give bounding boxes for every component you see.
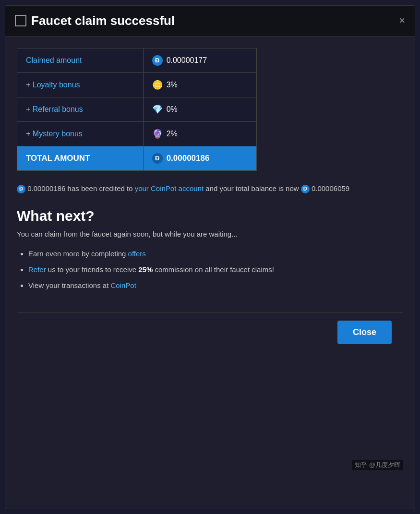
- table-row: + Loyalty bonus 🪙 3%: [17, 72, 257, 97]
- total-row: TOTAL AMOUNT Đ 0.00000186: [17, 146, 257, 170]
- refer-link[interactable]: Refer: [28, 265, 46, 274]
- list-item: View your transactions at CoinPot: [28, 277, 403, 293]
- referral-bonus-label: + Referral bonus: [17, 97, 144, 121]
- modal-body: Claimed amount Đ 0.00000177 + Loyalty bo…: [5, 36, 415, 364]
- table-row: + Mystery bonus 🔮 2%: [17, 121, 257, 146]
- offers-link[interactable]: offers: [128, 250, 146, 258]
- coinpot-link[interactable]: CoinPot: [110, 281, 136, 289]
- claimed-amount-label: Claimed amount: [17, 48, 144, 72]
- claim-table: Claimed amount Đ 0.00000177 + Loyalty bo…: [17, 48, 257, 171]
- mystery-bonus-value: 🔮 2%: [143, 121, 256, 146]
- what-next-title: What next?: [17, 208, 403, 224]
- watermark: 知乎 @几度夕晖: [352, 460, 403, 470]
- credit-dash-icon: Đ: [17, 185, 25, 193]
- close-x-button[interactable]: ×: [399, 15, 405, 26]
- claimed-amount-value: Đ 0.00000177: [143, 48, 256, 72]
- coin-icon: 🪙: [152, 80, 163, 90]
- referral-bonus-value: 💎 0%: [143, 97, 256, 121]
- modal-title-text: Faucet claim successful: [31, 13, 175, 28]
- coinpot-account-link[interactable]: your CoinPot account: [135, 184, 204, 192]
- list-item: Refer us to your friends to receive 25% …: [28, 262, 403, 277]
- balance-dash-icon: Đ: [301, 185, 310, 193]
- total-dash-icon: Đ: [152, 153, 163, 164]
- table-row: Claimed amount Đ 0.00000177: [17, 48, 257, 72]
- credit-section: Đ 0.00000186 has been credited to your C…: [17, 182, 403, 195]
- total-value: Đ 0.00000186: [143, 146, 256, 170]
- gem-icon: 💎: [152, 104, 163, 115]
- what-next-list: Earn even more by completing offers Refe…: [17, 246, 403, 293]
- what-next-desc: You can claim from the faucet again soon…: [17, 230, 403, 238]
- list-item: Earn even more by completing offers: [28, 246, 403, 262]
- loyalty-bonus-label: + Loyalty bonus: [17, 72, 144, 97]
- modal-header: Faucet claim successful ×: [5, 6, 415, 36]
- dash-icon: Đ: [152, 55, 163, 66]
- total-label: TOTAL AMOUNT: [17, 146, 144, 170]
- mystery-bonus-label: + Mystery bonus: [17, 121, 144, 146]
- mystery-icon: 🔮: [152, 129, 163, 139]
- modal-footer: Close: [17, 312, 403, 352]
- close-button[interactable]: Close: [337, 321, 392, 344]
- modal-title: Faucet claim successful: [15, 13, 175, 28]
- modal-dialog: Faucet claim successful × Claimed amount…: [5, 5, 415, 509]
- title-icon: [15, 15, 26, 26]
- table-row: + Referral bonus 💎 0%: [17, 97, 257, 121]
- loyalty-bonus-value: 🪙 3%: [143, 72, 256, 97]
